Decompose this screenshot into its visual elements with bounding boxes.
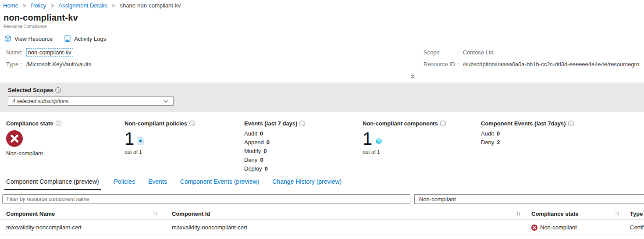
- event-label: Audit: [244, 130, 257, 137]
- table-header: Component Name ↑↓ Component Id ↑↓ Compli…: [0, 208, 644, 220]
- tab-change-history[interactable]: Change History (preview): [272, 178, 342, 189]
- event-value: 0: [497, 130, 500, 137]
- sort-icon[interactable]: ↑↓: [615, 208, 619, 219]
- event-count-row: Deny 0: [244, 155, 359, 164]
- event-label: Audit: [481, 130, 494, 137]
- resource-id-label: Resource ID: [423, 61, 457, 68]
- compliance-state-filter-value: Non-compliant: [419, 196, 456, 203]
- column-header-component-name[interactable]: Component Name: [6, 208, 55, 219]
- event-value: 0: [264, 165, 267, 172]
- cell-component-name: maxvalidity-noncompliant-cert: [6, 220, 82, 235]
- toolbar: View Resource Activity Logs: [0, 32, 644, 45]
- page-header: non-compliant-kv Resource Compliance: [4, 13, 78, 29]
- info-icon: i: [55, 87, 61, 93]
- noncompliant-components-title: Non-compliant components: [363, 120, 438, 127]
- breadcrumb-separator: >: [51, 2, 54, 9]
- info-icon: i: [189, 121, 195, 126]
- info-icon: i: [440, 121, 446, 126]
- resource-type-value: /Microsoft.KeyVault/vaults: [26, 61, 92, 68]
- cell-compliance-state: Non-compliant: [531, 220, 577, 235]
- cell-component-id: maxvalidity-noncompliant-cert: [172, 220, 247, 235]
- selected-scopes-value: 4 selected subscriptions: [12, 98, 68, 104]
- sort-icon[interactable]: ↑↓: [516, 208, 520, 219]
- scope-value: Contoso Ltd.: [463, 49, 495, 56]
- breadcrumb-home[interactable]: Home: [3, 2, 18, 9]
- info-icon: i: [56, 121, 61, 126]
- events-stat: Events (last 7 days) i Audit 0 Append 0 …: [244, 120, 359, 173]
- event-count-row: Modify 0: [244, 146, 359, 155]
- noncompliant-policies-stat: Non-compliant policies i 1 out of 1: [125, 120, 239, 155]
- info-icon: i: [299, 121, 305, 126]
- selected-scopes-label-row: Selected Scopes i: [8, 87, 61, 93]
- compliance-state-title: Compliance state: [6, 120, 53, 127]
- breadcrumb-policy[interactable]: Policy: [31, 2, 46, 9]
- activity-logs-button[interactable]: Activity Logs: [64, 35, 106, 42]
- compliance-state-stat: Compliance state i Non-compliant: [6, 120, 121, 157]
- view-resource-label: View Resource: [14, 36, 53, 42]
- tab-events[interactable]: Events: [148, 178, 167, 189]
- policy-document-icon: [137, 137, 144, 145]
- column-header-component-id[interactable]: Component Id: [172, 208, 210, 219]
- info-icon: i: [568, 121, 574, 126]
- component-event-count-row: Deny 2: [481, 138, 596, 146]
- tab-component-events[interactable]: Component Events (preview): [180, 178, 260, 189]
- breadcrumb-separator: >: [112, 2, 115, 9]
- name-label: Name: [6, 49, 21, 56]
- column-header-compliance-state[interactable]: Compliance state: [531, 208, 579, 219]
- breadcrumb: Home > Policy > Assignment Details > sha…: [3, 2, 181, 9]
- view-resource-button[interactable]: View Resource: [4, 35, 53, 42]
- noncompliant-components-stat: Non-compliant components i 1 out of 1: [363, 120, 477, 155]
- events-title: Events (last 7 days): [244, 120, 297, 127]
- selected-scopes-section: Selected Scopes i 4 selected subscriptio…: [0, 82, 644, 112]
- event-label: Deny: [481, 139, 494, 146]
- essentials-right-column: Scope : Contoso Ltd. Resource ID : /subs…: [423, 49, 644, 73]
- table-row[interactable]: maxvalidity-noncompliant-cert maxvalidit…: [0, 220, 644, 235]
- component-cube-icon: [375, 137, 383, 145]
- component-filter-input[interactable]: [2, 194, 410, 204]
- essentials-section: Name : non-compliant-kv Type : /Microsof…: [0, 49, 644, 82]
- event-value: 0: [260, 130, 263, 137]
- event-count-row: Append 0: [244, 138, 359, 146]
- event-label: Append: [244, 139, 264, 146]
- breadcrumb-current: shane-non-compliant-kv: [120, 2, 181, 9]
- chevron-down-icon: [163, 98, 169, 104]
- breadcrumb-separator: >: [23, 2, 26, 9]
- colon: :: [457, 49, 459, 56]
- event-value: 0: [260, 157, 263, 163]
- tab-bar: Component Compliance (preview) Policies …: [6, 178, 342, 190]
- compliance-state-filter[interactable]: Non-compliant: [414, 194, 644, 204]
- noncompliant-x-icon: [531, 225, 537, 231]
- tab-component-compliance[interactable]: Component Compliance (preview): [4, 178, 101, 190]
- essentials-name-row: Name : non-compliant-kv: [6, 49, 269, 55]
- breadcrumb-assignment-details[interactable]: Assignment Details: [58, 2, 107, 9]
- noncompliant-components-count: 1: [363, 130, 372, 147]
- page-subtitle: Resource Compliance: [4, 24, 78, 29]
- sort-icon[interactable]: ↑↓: [153, 208, 157, 219]
- activity-log-icon: [64, 35, 71, 42]
- resource-name-value[interactable]: non-compliant-kv: [26, 48, 73, 57]
- compliance-stats: Compliance state i Non-compliant Non-com…: [0, 120, 644, 175]
- noncompliant-components-subtext: out of 1: [363, 149, 477, 155]
- colon: :: [21, 49, 22, 56]
- type-label: Type: [6, 61, 21, 68]
- selected-scopes-label: Selected Scopes: [8, 87, 53, 93]
- collapse-essentials-button[interactable]: [409, 73, 416, 80]
- component-events-title: Component Events (last 7days): [481, 120, 566, 127]
- page-title: non-compliant-kv: [4, 13, 78, 23]
- selected-scopes-dropdown[interactable]: 4 selected subscriptions: [8, 96, 174, 106]
- essentials-scope-row: Scope : Contoso Ltd.: [423, 49, 644, 55]
- essentials-type-row: Type : /Microsoft.KeyVault/vaults: [6, 61, 269, 67]
- noncompliant-x-icon: [6, 130, 23, 147]
- scope-label: Scope: [423, 49, 457, 56]
- resource-compliance-page: Home > Policy > Assignment Details > sha…: [0, 0, 644, 239]
- compliance-state-value: Non-compliant: [6, 150, 121, 157]
- colon: :: [457, 61, 459, 68]
- tab-policies[interactable]: Policies: [114, 178, 135, 189]
- column-header-type[interactable]: Type: [630, 208, 643, 219]
- event-value: 0: [267, 139, 270, 146]
- event-value: 2: [497, 139, 500, 146]
- event-label: Modify: [244, 148, 261, 154]
- noncompliant-policies-subtext: out of 1: [125, 149, 239, 155]
- compliance-state-text: Non-compliant: [540, 224, 577, 231]
- resource-id-value: /subscriptions/aaaa0a0a-bb1b-cc2c-dd3d-e…: [463, 61, 644, 68]
